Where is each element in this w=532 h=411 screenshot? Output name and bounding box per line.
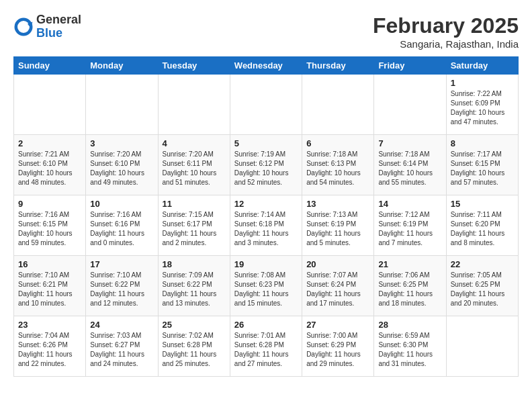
calendar-day-header: Thursday: [302, 57, 374, 75]
day-info: Sunrise: 7:15 AM Sunset: 6:17 PM Dayligh…: [163, 210, 226, 248]
day-info: Sunrise: 7:12 AM Sunset: 6:19 PM Dayligh…: [378, 210, 441, 248]
calendar-cell: 6Sunrise: 7:18 AM Sunset: 6:13 PM Daylig…: [302, 135, 374, 195]
day-number: 12: [234, 199, 298, 209]
day-number: 9: [18, 199, 81, 209]
header: General Blue February 2025 Sangaria, Raj…: [13, 13, 519, 50]
calendar-cell: 12Sunrise: 7:14 AM Sunset: 6:18 PM Dayli…: [230, 195, 302, 256]
calendar-cell: 1Sunrise: 7:22 AM Sunset: 6:09 PM Daylig…: [446, 75, 518, 135]
day-number: 3: [90, 138, 153, 148]
calendar-title: February 2025: [373, 13, 519, 38]
day-number: 7: [378, 138, 441, 148]
calendar-cell: 7Sunrise: 7:18 AM Sunset: 6:14 PM Daylig…: [374, 135, 446, 195]
day-info: Sunrise: 7:05 AM Sunset: 6:25 PM Dayligh…: [451, 271, 514, 308]
calendar-cell: 13Sunrise: 7:13 AM Sunset: 6:19 PM Dayli…: [302, 195, 374, 256]
day-number: 22: [451, 259, 514, 269]
calendar-cell: 16Sunrise: 7:10 AM Sunset: 6:21 PM Dayli…: [14, 256, 86, 316]
logo-text: General Blue: [36, 13, 81, 40]
day-number: 24: [90, 320, 153, 330]
day-number: 16: [18, 259, 81, 269]
calendar-cell: 8Sunrise: 7:17 AM Sunset: 6:15 PM Daylig…: [446, 135, 518, 195]
day-number: 6: [306, 138, 369, 148]
logo-icon: [13, 17, 34, 37]
day-info: Sunrise: 7:16 AM Sunset: 6:15 PM Dayligh…: [18, 210, 81, 248]
day-number: 14: [378, 199, 441, 209]
day-number: 8: [451, 138, 514, 148]
calendar-week-row: 9Sunrise: 7:16 AM Sunset: 6:15 PM Daylig…: [14, 195, 519, 256]
calendar-cell: 4Sunrise: 7:20 AM Sunset: 6:11 PM Daylig…: [158, 135, 230, 195]
day-number: 19: [234, 259, 298, 269]
calendar-day-header: Friday: [374, 57, 446, 75]
calendar-cell: 27Sunrise: 7:00 AM Sunset: 6:29 PM Dayli…: [302, 316, 374, 377]
calendar-cell: 25Sunrise: 7:02 AM Sunset: 6:28 PM Dayli…: [158, 316, 230, 377]
day-info: Sunrise: 7:18 AM Sunset: 6:13 PM Dayligh…: [306, 150, 369, 187]
day-info: Sunrise: 7:13 AM Sunset: 6:19 PM Dayligh…: [306, 210, 369, 248]
day-number: 11: [163, 199, 226, 209]
calendar-cell: 26Sunrise: 7:01 AM Sunset: 6:28 PM Dayli…: [230, 316, 302, 377]
day-number: 21: [378, 259, 441, 269]
calendar-cell: 10Sunrise: 7:16 AM Sunset: 6:16 PM Dayli…: [86, 195, 158, 256]
day-number: 10: [90, 199, 153, 209]
day-info: Sunrise: 7:10 AM Sunset: 6:22 PM Dayligh…: [90, 271, 153, 308]
day-info: Sunrise: 7:09 AM Sunset: 6:22 PM Dayligh…: [163, 271, 226, 308]
day-number: 17: [90, 259, 153, 269]
day-info: Sunrise: 7:02 AM Sunset: 6:28 PM Dayligh…: [163, 331, 226, 369]
calendar-cell: 11Sunrise: 7:15 AM Sunset: 6:17 PM Dayli…: [158, 195, 230, 256]
day-number: 5: [234, 138, 298, 148]
day-info: Sunrise: 7:01 AM Sunset: 6:28 PM Dayligh…: [234, 331, 298, 369]
day-info: Sunrise: 6:59 AM Sunset: 6:30 PM Dayligh…: [378, 331, 441, 369]
calendar-cell: 17Sunrise: 7:10 AM Sunset: 6:22 PM Dayli…: [86, 256, 158, 316]
day-info: Sunrise: 7:07 AM Sunset: 6:24 PM Dayligh…: [306, 271, 369, 308]
day-number: 13: [306, 199, 369, 209]
day-number: 28: [378, 320, 441, 330]
day-number: 2: [18, 138, 81, 148]
calendar-cell: 20Sunrise: 7:07 AM Sunset: 6:24 PM Dayli…: [302, 256, 374, 316]
calendar-week-row: 2Sunrise: 7:21 AM Sunset: 6:10 PM Daylig…: [14, 135, 519, 195]
day-info: Sunrise: 7:16 AM Sunset: 6:16 PM Dayligh…: [90, 210, 153, 248]
calendar-cell: [14, 75, 86, 135]
day-info: Sunrise: 7:17 AM Sunset: 6:15 PM Dayligh…: [451, 150, 514, 187]
calendar-subtitle: Sangaria, Rajasthan, India: [373, 38, 519, 50]
logo: General Blue: [13, 13, 81, 40]
svg-point-1: [17, 21, 30, 33]
calendar-cell: [302, 75, 374, 135]
calendar-cell: 21Sunrise: 7:06 AM Sunset: 6:25 PM Dayli…: [374, 256, 446, 316]
day-number: 4: [163, 138, 226, 148]
calendar-cell: 14Sunrise: 7:12 AM Sunset: 6:19 PM Dayli…: [374, 195, 446, 256]
day-info: Sunrise: 7:11 AM Sunset: 6:20 PM Dayligh…: [451, 210, 514, 248]
day-info: Sunrise: 7:08 AM Sunset: 6:23 PM Dayligh…: [234, 271, 298, 308]
day-info: Sunrise: 7:14 AM Sunset: 6:18 PM Dayligh…: [234, 210, 298, 248]
calendar-cell: 24Sunrise: 7:03 AM Sunset: 6:27 PM Dayli…: [86, 316, 158, 377]
calendar-cell: 18Sunrise: 7:09 AM Sunset: 6:22 PM Dayli…: [158, 256, 230, 316]
calendar-day-header: Monday: [86, 57, 158, 75]
calendar-day-header: Sunday: [14, 57, 86, 75]
calendar-week-row: 23Sunrise: 7:04 AM Sunset: 6:26 PM Dayli…: [14, 316, 519, 377]
day-info: Sunrise: 7:06 AM Sunset: 6:25 PM Dayligh…: [378, 271, 441, 308]
day-number: 1: [451, 78, 514, 88]
calendar-cell: [374, 75, 446, 135]
calendar-cell: [230, 75, 302, 135]
calendar-cell: 9Sunrise: 7:16 AM Sunset: 6:15 PM Daylig…: [14, 195, 86, 256]
calendar-day-header: Tuesday: [158, 57, 230, 75]
day-number: 26: [234, 320, 298, 330]
calendar-table: SundayMondayTuesdayWednesdayThursdayFrid…: [13, 56, 519, 377]
calendar-day-header: Wednesday: [230, 57, 302, 75]
day-info: Sunrise: 7:20 AM Sunset: 6:11 PM Dayligh…: [163, 150, 226, 187]
calendar-cell: [158, 75, 230, 135]
calendar-header-row: SundayMondayTuesdayWednesdayThursdayFrid…: [14, 57, 519, 75]
day-info: Sunrise: 7:22 AM Sunset: 6:09 PM Dayligh…: [451, 89, 514, 127]
day-number: 15: [451, 199, 514, 209]
day-info: Sunrise: 7:00 AM Sunset: 6:29 PM Dayligh…: [306, 331, 369, 369]
calendar-week-row: 16Sunrise: 7:10 AM Sunset: 6:21 PM Dayli…: [14, 256, 519, 316]
day-number: 25: [163, 320, 226, 330]
calendar-cell: 3Sunrise: 7:20 AM Sunset: 6:10 PM Daylig…: [86, 135, 158, 195]
day-number: 20: [306, 259, 369, 269]
calendar-cell: 5Sunrise: 7:19 AM Sunset: 6:12 PM Daylig…: [230, 135, 302, 195]
calendar-cell: 22Sunrise: 7:05 AM Sunset: 6:25 PM Dayli…: [446, 256, 518, 316]
day-info: Sunrise: 7:18 AM Sunset: 6:14 PM Dayligh…: [378, 150, 441, 187]
day-number: 27: [306, 320, 369, 330]
calendar-week-row: 1Sunrise: 7:22 AM Sunset: 6:09 PM Daylig…: [14, 75, 519, 135]
calendar-cell: 28Sunrise: 6:59 AM Sunset: 6:30 PM Dayli…: [374, 316, 446, 377]
day-info: Sunrise: 7:03 AM Sunset: 6:27 PM Dayligh…: [90, 331, 153, 369]
calendar-cell: [446, 316, 518, 377]
calendar-cell: 23Sunrise: 7:04 AM Sunset: 6:26 PM Dayli…: [14, 316, 86, 377]
